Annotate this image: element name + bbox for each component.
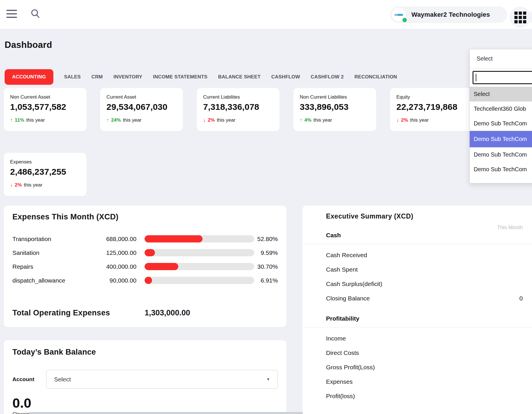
online-status-dot — [402, 18, 407, 22]
kpi-value: 2,486,237,255 — [10, 167, 80, 177]
dropdown-option-techcellent360[interactable]: Techcellent360 Glob — [470, 101, 532, 116]
row-value: 0 — [519, 295, 523, 302]
row-label: Gross Profit(Loss) — [326, 364, 375, 371]
summary-row: Profit(loss) — [326, 393, 532, 400]
executive-summary-title: Executive Summary (XCD) — [326, 212, 532, 220]
kpi-value: 7,318,336,078 — [203, 102, 273, 112]
trend-suffix: this year — [24, 182, 42, 188]
account-select[interactable]: Select ▼ — [46, 370, 278, 389]
tab-cashflow-2[interactable]: CASHFLOW 2 — [311, 74, 344, 80]
kpi-card-current-liabilites: Current Liabilites 7,318,336,078 ↓ 2% th… — [197, 88, 280, 131]
company-select-dropdown: Select Select Techcellent360 Glob Demo S… — [469, 49, 532, 183]
kpi-change: ↑ 11% this year — [10, 117, 80, 123]
kpi-value: 22,273,719,868 — [396, 102, 467, 112]
trend-arrow-icon: ↓ — [203, 117, 206, 123]
divider — [302, 244, 532, 244]
text-cursor — [476, 74, 476, 81]
tab-income-statements[interactable]: INCOME STATEMENTS — [153, 74, 207, 80]
row-label: Direct Costs — [326, 349, 359, 356]
expense-bar-track — [145, 277, 254, 284]
company-name: Waymaker2 Technologies — [411, 11, 490, 18]
trend-suffix: this year — [314, 117, 332, 123]
hamburger-menu-icon[interactable] — [6, 10, 17, 18]
account-select-value: Select — [54, 376, 71, 383]
dropdown-option-demo-sub-1[interactable]: Demo Sub TechCom — [470, 116, 532, 131]
summary-row: Cash Received — [326, 252, 532, 259]
closing-balance-value: 0.0 — [12, 395, 278, 411]
kpi-value: 29,534,067,030 — [106, 102, 177, 112]
expense-row: dispatch_allowance 90,000.00 6.91% — [12, 277, 278, 284]
kpi-label: Current Liabilites — [203, 94, 273, 100]
total-operating-expenses: Total Operating Expenses 1,303,000.00 — [12, 308, 190, 317]
account-select-row: Account Select ▼ — [12, 370, 278, 389]
dropdown-option-demo-sub-2-selected[interactable]: Demo Sub TechCom — [470, 131, 532, 147]
summary-row: Gross Profit(Loss) — [326, 364, 532, 371]
search-icon[interactable] — [30, 8, 41, 20]
cash-rows: Cash Received Cash Spent Cash Surplus(de… — [326, 252, 532, 302]
expense-bar-fill — [145, 235, 203, 242]
expense-amount: 90,000.00 — [85, 277, 136, 284]
dropdown-option-demo-sub-4[interactable]: Demo Sub TechCom — [470, 162, 532, 177]
kpi-change: ↓ 2% this year — [396, 117, 467, 123]
expense-label: Transportation — [12, 236, 85, 242]
tab-reconciliation[interactable]: RECONCILIATION — [354, 74, 397, 80]
expense-percent: 30.70% — [254, 263, 278, 270]
avatar — [392, 8, 406, 22]
row-label: Cash Received — [326, 252, 367, 259]
account-label: Account — [12, 376, 46, 383]
tab-accounting[interactable]: ACCOUNTING — [5, 69, 53, 85]
tab-crm[interactable]: CRM — [91, 74, 103, 80]
apps-grid-button[interactable] — [509, 7, 531, 28]
dropdown-option-select[interactable]: Select — [470, 87, 532, 101]
trend-percent: 2% — [401, 117, 408, 123]
expense-row: Transportation 688,000.00 52.80% — [12, 235, 278, 242]
profitability-rows: Income Direct Costs Gross Profit(Loss) E… — [326, 335, 532, 400]
kpi-label: Current Asset — [106, 94, 177, 100]
expense-label: Sanitation — [12, 249, 85, 256]
executive-summary-card: Executive Summary (XCD) This Month Cash … — [302, 206, 532, 414]
expense-bar-track — [145, 249, 254, 256]
total-value: 1,303,000.00 — [145, 308, 190, 317]
summary-row: Expenses — [326, 378, 532, 385]
tab-balance-sheet[interactable]: BALANCE SHEET — [218, 74, 261, 80]
page-title: Dashboard — [5, 40, 52, 50]
section-heading-profitability: Profitability — [326, 315, 532, 322]
dashboard-app: Waymaker2 Technologies Dashboard ACCOUNT… — [0, 0, 532, 414]
expense-bar-track — [145, 235, 254, 242]
row-label: Closing Balance — [326, 295, 370, 302]
trend-percent: 2% — [208, 117, 215, 123]
kpi-card-equity: Equity 22,273,719,868 ↓ 2% this year — [390, 88, 473, 131]
expense-rows: Transportation 688,000.00 52.80% Sanitat… — [12, 235, 278, 284]
expenses-this-month-card: Expenses This Month (XCD) Transportation… — [4, 206, 286, 327]
company-switcher[interactable]: Waymaker2 Technologies — [390, 6, 507, 23]
bank-card-title: Today’s Bank Balance — [12, 348, 278, 357]
tab-sales[interactable]: SALES — [64, 74, 81, 80]
kpi-change: ↓ 2% this year — [10, 182, 80, 188]
summary-row: Closing Balance0 — [326, 295, 532, 302]
summary-row: Cash Surplus(deficit) — [326, 281, 532, 287]
expense-bar-fill — [145, 249, 155, 256]
dropdown-option-demo-sub-3[interactable]: Demo Sub TechCom — [470, 147, 532, 162]
trend-suffix: this year — [410, 117, 429, 123]
trend-suffix: this year — [26, 117, 45, 123]
trend-suffix: this year — [123, 117, 141, 123]
kpi-label: Expenses — [10, 159, 80, 165]
row-label: Income — [326, 335, 346, 342]
expense-bar-fill — [145, 277, 152, 284]
row-label: Cash Spent — [326, 266, 358, 273]
expense-label: Repairs — [12, 263, 85, 270]
dropdown-current-value[interactable]: Select — [470, 49, 532, 68]
kpi-card-non-current-asset: Non Current Asset 1,053,577,582 ↑ 11% th… — [4, 88, 87, 131]
section-heading-cash: Cash — [326, 232, 532, 239]
horizontal-scrollbar[interactable] — [29, 412, 303, 414]
expense-bar-fill — [145, 263, 178, 270]
expense-percent: 6.91% — [254, 277, 278, 284]
tab-cashflow[interactable]: CASHFLOW — [271, 74, 300, 80]
expense-bar-track — [145, 263, 254, 270]
dropdown-search-input[interactable] — [473, 71, 532, 84]
summary-row: Direct Costs — [326, 349, 532, 356]
tab-inventory[interactable]: INVENTORY — [113, 74, 142, 80]
expense-row: Repairs 400,000.00 30.70% — [12, 263, 278, 270]
trend-arrow-icon: ↑ — [10, 117, 13, 123]
partial-avatar-button[interactable] — [529, 9, 532, 26]
